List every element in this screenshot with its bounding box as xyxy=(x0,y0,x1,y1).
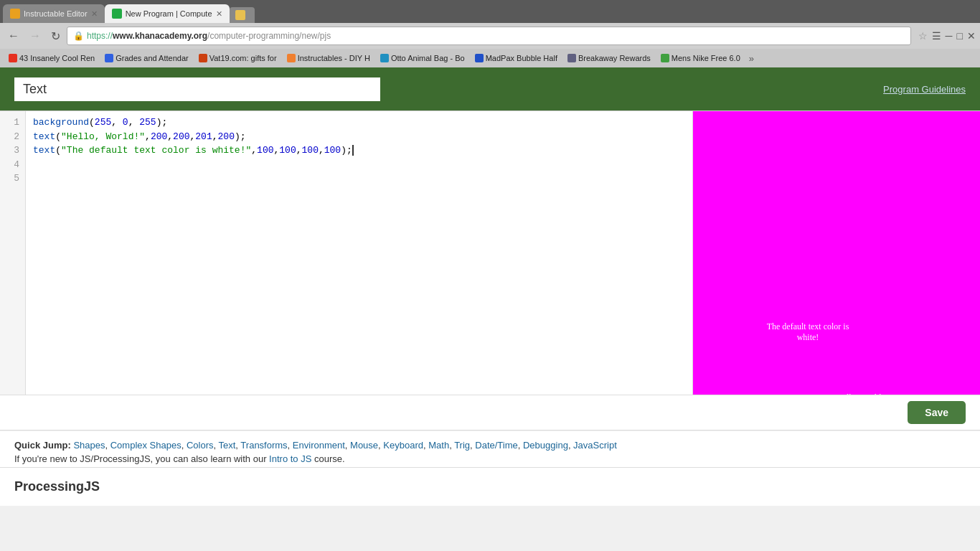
bookmark-icon xyxy=(567,54,576,62)
quick-jump-label: Quick Jump: xyxy=(14,440,71,451)
line-number: 2 xyxy=(6,130,19,144)
quick-jump-link-trig[interactable]: Trig xyxy=(454,440,470,451)
bookmark-item[interactable]: Vat19.com: gifts for xyxy=(194,52,281,64)
line-number: 4 xyxy=(6,158,19,172)
minimize-button[interactable]: ─ xyxy=(946,30,953,42)
nav-bar: ← → ↻ 🔒 https://www.khanacademy.org/comp… xyxy=(0,23,980,49)
quick-jump-link-text[interactable]: Text xyxy=(219,440,236,451)
tab-icon-new-program xyxy=(112,9,122,19)
line-number: 3 xyxy=(6,143,19,158)
bookmark-label: Vat19.com: gifts for xyxy=(209,54,277,62)
tab-extra[interactable] xyxy=(230,7,255,23)
tab-close-instructable[interactable]: ✕ xyxy=(91,9,98,19)
bookmark-item[interactable]: Mens Nike Free 6.0 xyxy=(656,52,745,64)
line-numbers: 1 2 3 4 5 xyxy=(0,111,26,395)
ka-header: Program Guidelines xyxy=(0,67,980,110)
quick-jump-link-shapes[interactable]: Shapes xyxy=(73,440,105,451)
bookmarks-bar: 43 Insanely Cool Ren Grades and Attendar… xyxy=(0,49,980,67)
quick-jump-link-colors[interactable]: Colors xyxy=(187,440,214,451)
processingjs-title: ProcessingJS xyxy=(14,479,966,494)
quick-jump-link-debugging[interactable]: Debugging xyxy=(523,440,568,451)
quick-jump-link-math[interactable]: Math xyxy=(428,440,449,451)
tab-instructable-editor[interactable]: Instructable Editor ✕ xyxy=(3,4,105,23)
bookmark-item[interactable]: MadPax Bubble Half xyxy=(471,52,562,64)
tab-icon-instructable xyxy=(10,9,20,19)
intro-line: If you're new to JS/ProcessingJS, you ca… xyxy=(14,453,966,464)
bookmark-label: Otto Animal Bag - Bo xyxy=(391,54,465,62)
bookmark-icon xyxy=(199,54,207,62)
processingjs-section: ProcessingJS xyxy=(0,468,980,506)
bookmark-label: Breakaway Rewards xyxy=(578,54,651,62)
bookmarks-more-button[interactable]: » xyxy=(749,53,754,64)
code-line-1: background(255, 0, 255); xyxy=(33,116,685,130)
program-title-input[interactable] xyxy=(14,77,380,101)
address-path: /computer-programming/new/pjs xyxy=(207,31,331,41)
tab-new-program[interactable]: New Program | Compute ✕ xyxy=(105,4,230,23)
quick-jump-line: Quick Jump: Shapes, Complex Shapes, Colo… xyxy=(14,440,966,451)
page-content: Program Guidelines 1 2 3 4 5 background(… xyxy=(0,67,980,506)
program-guidelines-link[interactable]: Program Guidelines xyxy=(883,84,966,95)
bookmark-icon xyxy=(475,54,484,62)
intro-text: If you're new to JS/ProcessingJS, you ca… xyxy=(14,453,269,464)
bookmark-icon xyxy=(9,54,17,62)
canvas-preview: The default text color is white! Hello, … xyxy=(693,111,980,395)
tab-label-new-program: New Program | Compute xyxy=(126,9,212,18)
bookmark-icon xyxy=(287,54,296,62)
quick-jump-link-complex[interactable]: Complex Shapes xyxy=(110,440,182,451)
bookmark-icon xyxy=(661,54,669,62)
editor-container: 1 2 3 4 5 background(255, 0, 255); text(… xyxy=(0,110,980,395)
quick-jump-link-mouse[interactable]: Mouse xyxy=(350,440,378,451)
lock-icon: 🔒 xyxy=(73,31,84,41)
code-line-3: text("The default text color is white!",… xyxy=(33,143,685,158)
line-number: 5 xyxy=(6,171,19,186)
quick-jump-link-environment[interactable]: Environment xyxy=(293,440,345,451)
bookmark-item[interactable]: Otto Animal Bag - Bo xyxy=(376,52,469,64)
bookmark-label: Instructables - DIY H xyxy=(298,54,370,62)
intro-link[interactable]: Intro to JS xyxy=(269,453,311,464)
tab-close-new-program[interactable]: ✕ xyxy=(216,9,222,19)
bookmark-icon xyxy=(380,54,389,62)
bookmark-icon xyxy=(105,54,113,62)
quick-jump-section: Quick Jump: Shapes, Complex Shapes, Colo… xyxy=(0,430,980,467)
maximize-button[interactable]: □ xyxy=(957,30,963,42)
quick-jump-link-keyboard[interactable]: Keyboard xyxy=(383,440,423,451)
bookmark-label: MadPax Bubble Half xyxy=(486,54,557,62)
bookmark-label: Grades and Attendar xyxy=(116,54,189,62)
tab-label-instructable: Instructable Editor xyxy=(24,9,88,18)
save-bar: Save xyxy=(0,395,980,430)
quick-jump-link-javascript[interactable]: JavaScript xyxy=(573,440,617,451)
bookmark-item[interactable]: Breakaway Rewards xyxy=(563,52,655,64)
quick-jump-link-transforms[interactable]: Transforms xyxy=(240,440,287,451)
tab-icon-extra xyxy=(235,10,245,20)
bookmark-star-button[interactable]: ☆ xyxy=(918,30,928,42)
intro-suffix: course. xyxy=(311,453,344,464)
address-bar[interactable]: 🔒 https://www.khanacademy.org/computer-p… xyxy=(67,27,911,45)
code-content[interactable]: background(255, 0, 255); text("Hello, Wo… xyxy=(26,111,692,395)
back-button[interactable]: ← xyxy=(4,28,23,44)
code-line-2: text("Hello, World!",200,200,201,200); xyxy=(33,130,685,144)
bookmark-item[interactable]: Instructables - DIY H xyxy=(283,52,374,64)
code-editor[interactable]: 1 2 3 4 5 background(255, 0, 255); text(… xyxy=(0,111,693,395)
bookmark-item[interactable]: 43 Insanely Cool Ren xyxy=(4,52,99,64)
address-domain: www.khanacademy.org xyxy=(113,31,207,41)
quick-jump-link-datetime[interactable]: Date/Time xyxy=(475,440,517,451)
bookmark-item[interactable]: Grades and Attendar xyxy=(100,52,193,64)
address-text: https://www.khanacademy.org/computer-pro… xyxy=(87,31,905,41)
code-line-5 xyxy=(33,171,685,186)
tab-bar: Instructable Editor ✕ New Program | Comp… xyxy=(0,0,980,23)
canvas-text-default: The default text color is white! xyxy=(765,321,851,343)
address-https: https:// xyxy=(87,31,113,41)
code-line-4 xyxy=(33,158,685,172)
canvas-text-hello: Hello, World! xyxy=(837,392,884,395)
forward-button[interactable]: → xyxy=(26,28,44,44)
bookmark-label: Mens Nike Free 6.0 xyxy=(672,54,740,62)
menu-button[interactable]: ☰ xyxy=(932,30,941,42)
line-number: 1 xyxy=(6,116,19,130)
bookmark-label: 43 Insanely Cool Ren xyxy=(19,54,95,62)
browser-chrome: Instructable Editor ✕ New Program | Comp… xyxy=(0,0,980,67)
close-window-button[interactable]: ✕ xyxy=(967,30,976,42)
reload-button[interactable]: ↻ xyxy=(47,28,64,44)
save-button[interactable]: Save xyxy=(908,401,966,424)
